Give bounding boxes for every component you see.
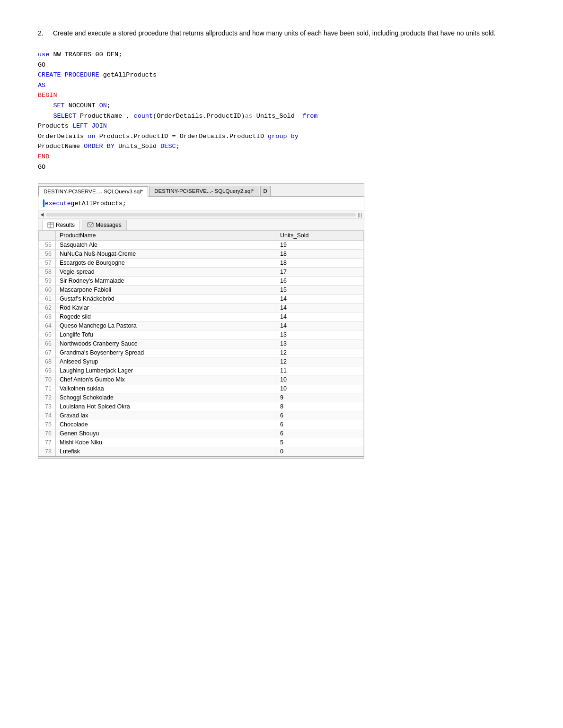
table-row: 57Escargots de Bourgogne18 <box>39 259 364 268</box>
tab-sqlquery3[interactable]: DESTINY-PC\SERVE...- SQLQuery3.sql* <box>38 186 148 197</box>
tab-results[interactable]: Results <box>42 220 80 230</box>
tab-sqlquery2[interactable]: DESTINY-PC\SERVE...- SQLQuery2.sql* <box>149 186 259 196</box>
table-row: 78Lutefisk0 <box>39 447 364 456</box>
table-row: 58Vegie-spread17 <box>39 268 364 277</box>
row-number: 69 <box>39 366 56 375</box>
col-header-rownum <box>39 231 56 241</box>
col-header-unitssold: Units_Sold <box>276 231 364 241</box>
scroll-left-arrow[interactable]: ◀ <box>40 212 44 217</box>
product-name: Chef Anton's Gumbo Mix <box>56 375 276 384</box>
units-sold: 14 <box>276 321 364 330</box>
code-line-7: SELECT ProductName , count(OrderDetails.… <box>38 111 525 121</box>
row-number: 62 <box>39 303 56 312</box>
query-area[interactable]: execute getAllProducts; <box>38 197 364 210</box>
results-table: ProductName Units_Sold 55Sasquatch Ale19… <box>38 230 364 456</box>
row-number: 72 <box>39 393 56 402</box>
code-line-9: OrderDetails on Products.ProductID = Ord… <box>38 131 525 142</box>
table-header: ProductName Units_Sold <box>39 231 364 241</box>
product-name: Genen Shouyu <box>56 429 276 438</box>
table-row: 68Aniseed Syrup12 <box>39 357 364 366</box>
results-tbody: 55Sasquatch Ale1956NuNuCa Nuß-Nougat-Cre… <box>39 241 364 456</box>
product-name: Northwoods Cranberry Sauce <box>56 339 276 348</box>
product-name: Valkoinen suklaa <box>56 384 276 393</box>
units-sold: 10 <box>276 375 364 384</box>
product-name: Longlife Tofu <box>56 330 276 339</box>
row-number: 75 <box>39 420 56 429</box>
results-table-container: ProductName Units_Sold 55Sasquatch Ale19… <box>38 230 364 456</box>
units-sold: 12 <box>276 348 364 357</box>
product-name: Mishi Kobe Niku <box>56 438 276 447</box>
code-line-4: AS <box>38 80 525 91</box>
code-line-3: CREATE PROCEDURE getAllProducts <box>38 70 525 80</box>
table-row: 61Gustaf's Knäckebröd14 <box>39 295 364 303</box>
product-name: Chocolade <box>56 420 276 429</box>
table-row: 77Mishi Kobe Niku5 <box>39 438 364 447</box>
units-sold: 6 <box>276 411 364 420</box>
row-number: 65 <box>39 330 56 339</box>
table-row: 73Louisiana Hot Spiced Okra8 <box>39 402 364 411</box>
row-number: 70 <box>39 375 56 384</box>
table-icon <box>47 222 54 228</box>
row-number: 56 <box>39 250 56 259</box>
row-number: 64 <box>39 321 56 330</box>
product-name: Louisiana Hot Spiced Okra <box>56 402 276 411</box>
units-sold: 14 <box>276 295 364 303</box>
table-row: 70Chef Anton's Gumbo Mix10 <box>39 375 364 384</box>
code-block: use NW_TRADERS_00_DEN; GO CREATE PROCEDU… <box>38 50 525 172</box>
row-number: 55 <box>39 241 56 250</box>
messages-icon <box>87 222 94 228</box>
scrollbar-area[interactable]: ◀ ||| <box>38 210 364 219</box>
tab-messages[interactable]: Messages <box>82 220 127 230</box>
units-sold: 14 <box>276 312 364 321</box>
product-name: Gravad lax <box>56 411 276 420</box>
product-name: Grandma's Boysenberry Spread <box>56 348 276 357</box>
table-row: 67Grandma's Boysenberry Spread12 <box>39 348 364 357</box>
product-name: Röd Kaviar <box>56 303 276 312</box>
code-line-11: END <box>38 152 525 162</box>
scrollbar-label: ||| <box>358 212 362 217</box>
row-number: 67 <box>39 348 56 357</box>
scroll-track[interactable] <box>46 213 356 217</box>
row-number: 57 <box>39 259 56 268</box>
units-sold: 6 <box>276 429 364 438</box>
table-row: 62Röd Kaviar14 <box>39 303 364 312</box>
product-name: Queso Manchego La Pastora <box>56 321 276 330</box>
units-sold: 8 <box>276 402 364 411</box>
code-line-8: Products LEFT JOIN <box>38 121 525 131</box>
table-row: 56NuNuCa Nuß-Nougat-Creme18 <box>39 250 364 259</box>
units-sold: 11 <box>276 366 364 375</box>
row-number: 63 <box>39 312 56 321</box>
units-sold: 16 <box>276 277 364 286</box>
row-number: 60 <box>39 286 56 295</box>
units-sold: 13 <box>276 330 364 339</box>
units-sold: 5 <box>276 438 364 447</box>
table-row: 71Valkoinen suklaa10 <box>39 384 364 393</box>
query-rest: getAllProducts; <box>71 200 126 207</box>
execute-keyword: execute <box>45 200 71 207</box>
table-row: 76Genen Shouyu6 <box>39 429 364 438</box>
units-sold: 12 <box>276 357 364 366</box>
table-row: 65Longlife Tofu13 <box>39 330 364 339</box>
product-name: Gustaf's Knäckebröd <box>56 295 276 303</box>
row-number: 77 <box>39 438 56 447</box>
table-row: 64Queso Manchego La Pastora14 <box>39 321 364 330</box>
units-sold: 17 <box>276 268 364 277</box>
bottom-border <box>38 456 364 458</box>
code-line-1: use NW_TRADERS_00_DEN; <box>38 50 525 60</box>
svg-rect-0 <box>48 222 53 228</box>
units-sold: 15 <box>276 286 364 295</box>
row-number: 59 <box>39 277 56 286</box>
product-name: Schoggi Schokolade <box>56 393 276 402</box>
code-line-2: GO <box>38 60 525 70</box>
instruction-text: Create and execute a stored procedure th… <box>53 28 495 38</box>
units-sold: 18 <box>276 250 364 259</box>
table-row: 75Chocolade6 <box>39 420 364 429</box>
tab-extra[interactable]: D <box>260 186 271 196</box>
col-header-productname: ProductName <box>56 231 276 241</box>
units-sold: 19 <box>276 241 364 250</box>
cursor-indicator <box>43 199 44 207</box>
row-number: 73 <box>39 402 56 411</box>
product-name: Lutefisk <box>56 447 276 456</box>
row-number: 61 <box>39 295 56 303</box>
instruction-number: 2. <box>38 28 47 38</box>
